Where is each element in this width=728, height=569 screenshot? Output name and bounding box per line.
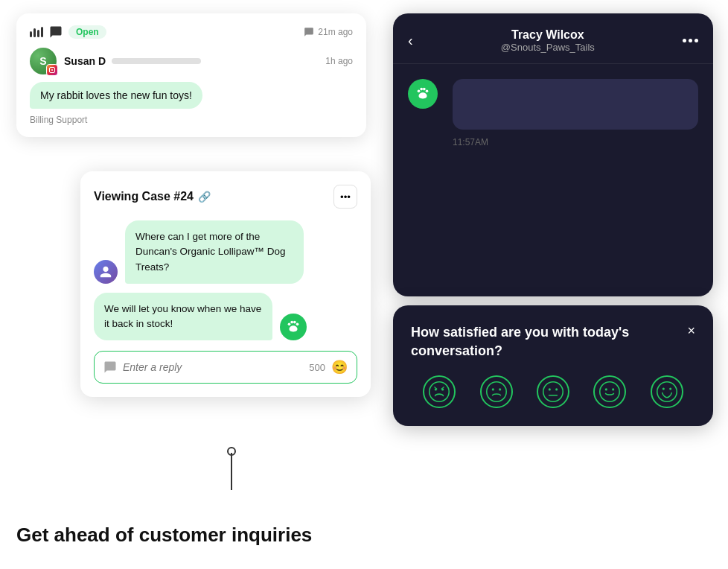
agent-avatar (280, 314, 307, 340)
dark-message-bubble (453, 79, 698, 130)
back-button[interactable]: ‹ (408, 32, 413, 49)
satisfaction-title: How satisfied are you with today's conve… (411, 323, 639, 360)
svg-point-5 (420, 88, 423, 91)
more-button[interactable] (683, 39, 698, 42)
connector-line (231, 453, 232, 490)
dark-name: Tracy Wilcox (413, 28, 683, 42)
svg-point-20 (612, 389, 614, 391)
satisfaction-card: How satisfied are you with today's conve… (393, 305, 713, 426)
svg-point-14 (543, 382, 563, 401)
case-card: Viewing Case #24 🔗 ••• Where can I get m… (80, 171, 371, 397)
notif-header: Open 21m ago (30, 25, 353, 39)
paw-icon (285, 319, 301, 335)
svg-point-21 (657, 382, 677, 401)
svg-point-11 (486, 382, 505, 401)
svg-point-13 (499, 389, 501, 391)
dark-conversation-card: ‹ Tracy Wilcox @Snouts_Paws_Tails 11:57A… (393, 13, 713, 296)
svg-point-2 (293, 321, 296, 324)
emoji-very-satisfied[interactable] (651, 375, 683, 408)
notif-time: 21m ago (304, 27, 353, 37)
three-dots-button[interactable]: ••• (333, 185, 357, 209)
reply-input[interactable] (123, 361, 303, 373)
bar4 (41, 27, 43, 37)
close-button[interactable]: × (687, 323, 695, 339)
very-happy-face (657, 381, 677, 402)
three-dots-icon: ••• (340, 191, 351, 203)
emoji-row (411, 375, 695, 408)
case-title-text: Viewing Case #24 (94, 190, 194, 203)
dot1 (683, 39, 686, 42)
svg-point-3 (296, 323, 299, 326)
dark-time: 11:57AM (453, 137, 698, 147)
user-message-bubble: Where can I get more of the Duncan's Org… (125, 220, 304, 284)
sat-header: How satisfied are you with today's conve… (411, 323, 695, 360)
dark-handle: @Snouts_Paws_Tails (413, 42, 683, 53)
svg-point-4 (418, 90, 421, 93)
dot3 (695, 39, 698, 42)
dark-paw-icon (415, 86, 431, 102)
char-count: 500 (309, 362, 325, 373)
message-bubble: My rabbit loves the new fun toys! (30, 82, 353, 115)
bar2 (33, 28, 36, 37)
emoji-satisfied[interactable] (593, 375, 626, 408)
svg-point-12 (491, 389, 494, 391)
time-ago: 21m ago (318, 27, 353, 37)
user-time: 1h ago (325, 56, 353, 66)
billing-tag: Billing Support (30, 115, 353, 125)
user-message-row: Where can I get more of the Duncan's Org… (94, 220, 357, 284)
case-title: Viewing Case #24 🔗 (94, 190, 211, 203)
dark-header-center: Tracy Wilcox @Snouts_Paws_Tails (413, 28, 683, 53)
conversation-area: Where can I get more of the Duncan's Org… (94, 220, 357, 340)
svg-point-18 (600, 382, 619, 401)
reply-input-area: 500 😊 (94, 351, 357, 384)
neutral-face (543, 381, 563, 402)
user-name: Susan D (64, 55, 106, 67)
notif-header-left: Open (30, 25, 106, 39)
sad-face (486, 381, 507, 402)
very-sad-face (429, 381, 450, 402)
emoji-neutral[interactable] (537, 375, 569, 408)
svg-point-8 (430, 382, 449, 401)
dark-body: 11:57AM (393, 64, 713, 162)
svg-point-23 (669, 388, 671, 390)
notification-card: Open 21m ago S Susan D 1h ago My rabbi (16, 13, 366, 137)
avatar-container: S (30, 48, 57, 74)
message-text: My rabbit loves the new fun toys! (30, 82, 202, 109)
link-icon: 🔗 (198, 191, 211, 203)
happy-face (599, 381, 620, 402)
bars-icon (30, 27, 43, 37)
bottom-headline: Get ahead of customer inquiries (16, 524, 312, 547)
svg-point-15 (549, 389, 551, 391)
dark-header: ‹ Tracy Wilcox @Snouts_Paws_Tails (393, 13, 713, 64)
case-header: Viewing Case #24 🔗 ••• (94, 185, 357, 209)
dark-agent-avatar (408, 79, 438, 109)
dot2 (689, 39, 692, 42)
user-avatar (94, 260, 118, 284)
svg-point-1 (290, 321, 293, 324)
emoji-very-dissatisfied[interactable] (423, 375, 456, 408)
user-info: Susan D (64, 55, 318, 67)
user-row: S Susan D 1h ago (30, 48, 353, 74)
chat-bubble-icon (49, 25, 63, 39)
emoji-button[interactable]: 😊 (331, 359, 348, 375)
svg-point-6 (423, 88, 426, 91)
comment-icon (304, 27, 314, 37)
bar1 (30, 31, 32, 37)
svg-point-0 (288, 323, 291, 326)
open-badge: Open (68, 25, 106, 39)
agent-message-bubble: We will let you know when we have it bac… (94, 293, 272, 341)
svg-point-16 (555, 389, 558, 391)
agent-message-row: We will let you know when we have it bac… (94, 293, 357, 341)
bar3 (37, 30, 39, 37)
emoji-dissatisfied[interactable] (480, 375, 513, 408)
instagram-icon (46, 64, 58, 76)
svg-point-19 (605, 389, 607, 391)
svg-point-22 (662, 388, 665, 390)
svg-point-7 (426, 90, 429, 93)
name-bar-decoration (112, 58, 201, 64)
reply-icon (103, 360, 117, 374)
person-icon (99, 265, 112, 279)
